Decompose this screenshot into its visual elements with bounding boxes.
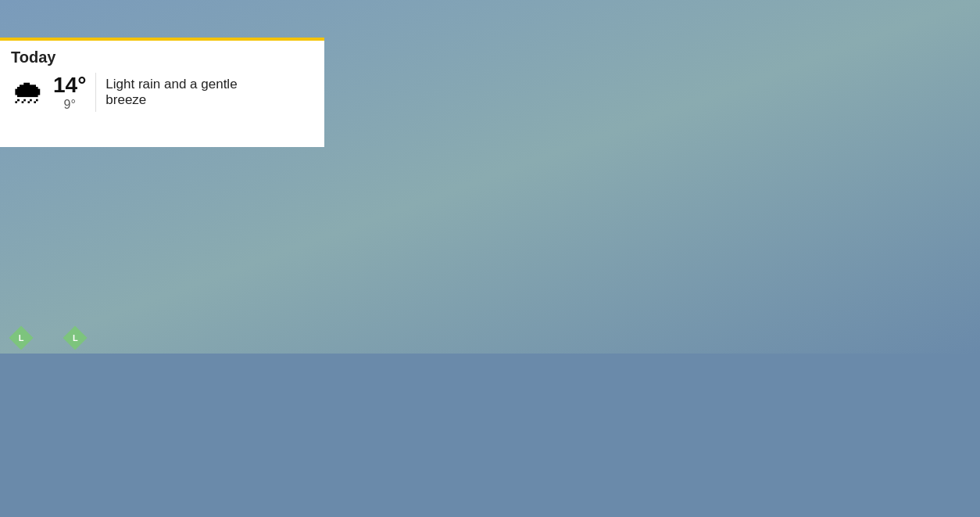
- today-temps: 14° 9°: [53, 73, 96, 112]
- today-high-temp: 14°: [53, 73, 86, 98]
- today-weather-icon: 🌧: [11, 76, 44, 109]
- today-panel: Today 🌧 14° 9° Light rain and a gentle b…: [0, 38, 324, 147]
- pollution-level: L: [73, 333, 78, 343]
- today-description: Light rain and a gentle breeze: [106, 77, 246, 108]
- uv-level: L: [19, 333, 24, 343]
- today-body: 🌧 14° 9° Light rain and a gentle breeze: [11, 73, 313, 112]
- today-low-temp: 9°: [64, 98, 76, 112]
- today-label: Today: [11, 48, 313, 66]
